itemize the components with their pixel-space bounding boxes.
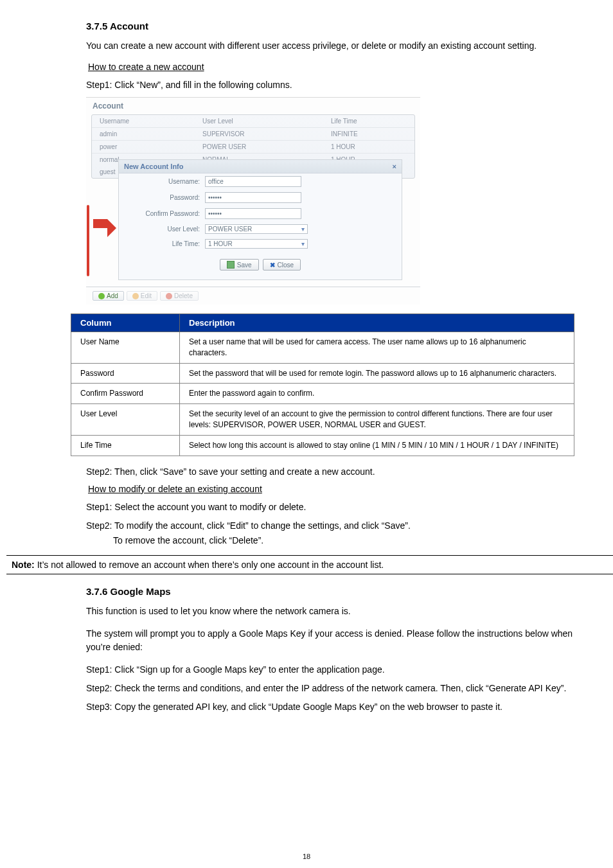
password-input[interactable]: •••••• bbox=[205, 192, 301, 203]
column-description-table: Column Description User Name Set a user … bbox=[71, 314, 574, 456]
td-col: Confirm Password bbox=[71, 384, 180, 404]
heading-gmaps: 3.7.6 Google Maps bbox=[86, 586, 574, 597]
modify-step2b: To remove the account, click “Delete”. bbox=[86, 534, 574, 547]
close-button-label: Close bbox=[278, 261, 294, 269]
th-column: Column bbox=[71, 314, 180, 332]
td-desc: Enter the password again to confirm. bbox=[180, 384, 574, 404]
save-icon bbox=[227, 261, 235, 269]
password-label: Password: bbox=[129, 194, 205, 201]
edit-button-label: Edit bbox=[141, 292, 152, 299]
panel-title: Account bbox=[86, 98, 420, 114]
gmaps-p2: The system will prompt you to apply a Go… bbox=[86, 627, 574, 654]
modify-step1: Step1: Select the account you want to mo… bbox=[86, 500, 574, 514]
confirm-password-input[interactable]: •••••• bbox=[205, 208, 301, 219]
delete-button-label: Delete bbox=[174, 292, 193, 299]
cell-user: admin bbox=[100, 130, 202, 137]
table-row: Life Time Select how long this account i… bbox=[71, 435, 574, 456]
user-level-value: POWER USER bbox=[208, 226, 252, 233]
page-number: 18 bbox=[0, 853, 613, 860]
close-button[interactable]: ✖ Close bbox=[263, 259, 301, 270]
col-life: Life Time bbox=[331, 118, 407, 125]
username-label: Username: bbox=[129, 178, 205, 185]
table-row[interactable]: admin SUPERVISOR INFINITE bbox=[92, 128, 414, 141]
edit-icon bbox=[132, 293, 139, 299]
add-icon bbox=[98, 293, 105, 299]
user-level-select[interactable]: POWER USER ▾ bbox=[205, 224, 308, 234]
cell-life: INFINITE bbox=[331, 130, 407, 137]
callout-vertical-line bbox=[87, 205, 89, 276]
delete-icon bbox=[166, 293, 172, 299]
note-text: It’s not allowed to remove an account wh… bbox=[35, 560, 384, 570]
table-row[interactable]: power POWER USER 1 HOUR bbox=[92, 141, 414, 154]
th-description: Description bbox=[180, 314, 574, 332]
td-col: Password bbox=[71, 363, 180, 384]
create-step2: Step2: Then, click “Save” to save your s… bbox=[86, 465, 574, 479]
save-button[interactable]: Save bbox=[220, 259, 259, 270]
cell-level: SUPERVISOR bbox=[202, 130, 331, 137]
chevron-down-icon: ▾ bbox=[301, 226, 305, 233]
note-row: Note: It’s not allowed to remove an acco… bbox=[6, 555, 613, 574]
user-level-label: User Level: bbox=[129, 226, 205, 233]
account-panel: Account Username User Level Life Time ad… bbox=[86, 97, 420, 305]
td-desc: Select how long this account is allowed … bbox=[180, 435, 574, 456]
cell-life: 1 HOUR bbox=[331, 143, 407, 150]
table-row: Confirm Password Enter the password agai… bbox=[71, 384, 574, 404]
cell-user: power bbox=[100, 143, 202, 150]
note-label: Note: bbox=[12, 560, 35, 570]
new-account-modal: New Account Info × Username: office Pass… bbox=[118, 159, 402, 280]
sub-create-account: How to create a new account bbox=[88, 62, 574, 72]
table-row: User Level Set the security level of an … bbox=[71, 404, 574, 436]
gmaps-step2: Step2: Check the terms and conditions, a… bbox=[86, 682, 574, 695]
td-col: User Name bbox=[71, 332, 180, 364]
cell-level: POWER USER bbox=[202, 143, 331, 150]
gmaps-step1: Step1: Click “Sign up for a Google Maps … bbox=[86, 663, 574, 677]
account-table-header: Username User Level Life Time bbox=[92, 115, 414, 128]
col-username: Username bbox=[100, 118, 202, 125]
edit-button[interactable]: Edit bbox=[127, 291, 157, 301]
col-level: User Level bbox=[202, 118, 331, 125]
table-row: Password Set the password that will be u… bbox=[71, 363, 574, 384]
save-button-label: Save bbox=[237, 261, 252, 269]
confirm-password-label: Confirm Password: bbox=[129, 210, 205, 217]
gmaps-step3: Step3: Copy the generated API key, and c… bbox=[86, 700, 574, 714]
td-col: Life Time bbox=[71, 435, 180, 456]
add-button[interactable]: Add bbox=[93, 291, 124, 301]
sub-modify-delete: How to modify or delete an existing acco… bbox=[88, 484, 574, 494]
add-button-label: Add bbox=[107, 292, 118, 299]
table-row: User Name Set a user name that will be u… bbox=[71, 332, 574, 364]
modify-step2a: Step2: To modify the account, click “Edi… bbox=[86, 519, 574, 533]
create-step1: Step1: Click “New”, and fill in the foll… bbox=[86, 78, 574, 92]
td-desc: Set the security level of an account to … bbox=[180, 404, 574, 436]
username-input[interactable]: office bbox=[205, 176, 301, 187]
td-col: User Level bbox=[71, 404, 180, 436]
heading-account: 3.7.5 Account bbox=[86, 21, 574, 31]
chevron-down-icon: ▾ bbox=[301, 240, 305, 247]
life-time-value: 1 HOUR bbox=[208, 240, 233, 247]
life-time-label: Life Time: bbox=[129, 240, 205, 247]
gmaps-p1: This function is used to let you know wh… bbox=[86, 605, 574, 618]
close-x-icon: ✖ bbox=[270, 261, 275, 269]
modal-title: New Account Info bbox=[124, 163, 183, 170]
intro-account: You can create a new account with differ… bbox=[86, 39, 574, 53]
delete-button[interactable]: Delete bbox=[160, 291, 199, 301]
life-time-select[interactable]: 1 HOUR ▾ bbox=[205, 239, 308, 249]
td-desc: Set the password that will be used for r… bbox=[180, 363, 574, 384]
td-desc: Set a user name that will be used for ca… bbox=[180, 332, 574, 364]
close-icon[interactable]: × bbox=[393, 163, 396, 170]
